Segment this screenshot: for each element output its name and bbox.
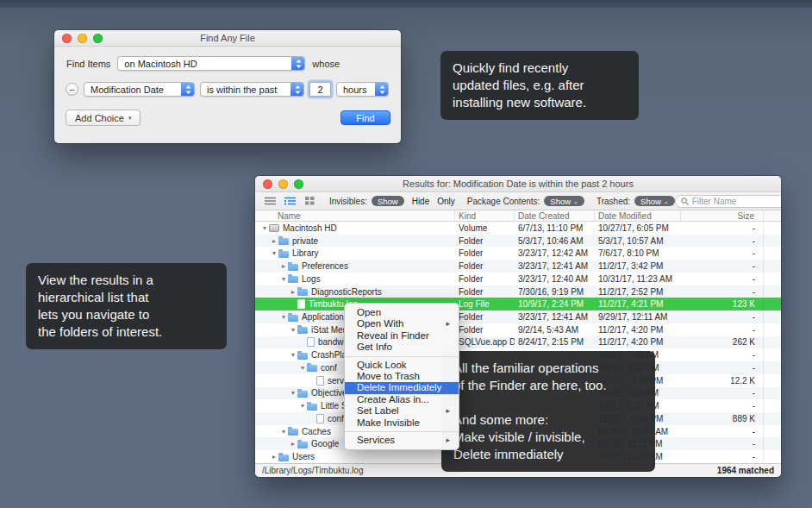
status-matched-count: 1964 matched <box>717 466 774 475</box>
package-contents-toggle[interactable]: Show ⌄ <box>544 196 584 206</box>
disclosure-triangle-icon[interactable]: ▾ <box>279 275 288 283</box>
context-menu-item[interactable]: Services ▸ <box>345 435 459 446</box>
attribute-popup[interactable]: Modification Date <box>84 82 195 97</box>
item-size: - <box>681 236 764 246</box>
item-size: - <box>681 401 764 411</box>
item-date-created: 3/23/17, 12:42 AM <box>515 248 595 258</box>
name-cell: ▾ Library <box>255 248 455 258</box>
close-button[interactable] <box>62 34 72 43</box>
column-header-spacer <box>764 210 781 221</box>
invisibles-show-toggle[interactable]: Show <box>372 196 404 206</box>
trashed-toggle[interactable]: Show ⌄ <box>634 196 675 206</box>
minimize-button[interactable] <box>78 34 87 43</box>
disclosure-triangle-icon[interactable]: ▾ <box>298 364 307 372</box>
item-date-modified: 11/2/17, 2:52 PM <box>595 287 681 297</box>
add-choice-button[interactable]: Add Choice ▾ <box>66 110 141 126</box>
filter-field[interactable] <box>675 195 781 208</box>
find-button[interactable]: Find <box>340 110 390 125</box>
name-cell: ▸ DiagnosticReports <box>255 287 455 297</box>
zoom-button[interactable] <box>294 179 303 189</box>
column-header-date-modified[interactable]: Date Modified <box>595 210 681 221</box>
disclosure-triangle-icon[interactable]: ▾ <box>289 326 297 334</box>
item-size: - <box>681 350 764 360</box>
table-row[interactable]: ▸ Preferences Folder 3/23/17, 12:41 AM 1… <box>255 260 781 273</box>
traffic-lights <box>62 34 103 43</box>
item-icon <box>316 414 324 423</box>
disclosure-triangle-icon[interactable]: ▾ <box>298 402 307 410</box>
popup-stepper-icon <box>181 82 195 97</box>
context-menu-item[interactable]: Open With ▸ <box>345 318 459 329</box>
name-cell: ▾ Logs <box>255 274 455 284</box>
disclosure-triangle-icon[interactable]: ▸ <box>270 237 278 245</box>
disclosure-triangle-icon[interactable]: ▾ <box>289 389 297 397</box>
table-row[interactable]: ▾ Library Folder 3/23/17, 12:42 AM 7/6/1… <box>255 247 781 260</box>
column-header-size[interactable]: Size <box>681 210 764 221</box>
column-header-kind[interactable]: Kind <box>455 210 515 221</box>
table-row[interactable]: Timbuktu.log Log File 10/9/17, 2:24 PM 1… <box>255 298 781 310</box>
disclosure-triangle-icon[interactable]: ▾ <box>260 224 269 232</box>
titlebar[interactable]: Results for: Modification Date is within… <box>255 176 781 192</box>
minimize-button[interactable] <box>278 179 288 189</box>
table-row[interactable]: ▸ DiagnosticReports Folder 7/30/16, 9:19… <box>255 285 781 298</box>
table-row[interactable]: ▸ private Folder 5/3/17, 10:46 AM 5/3/17… <box>255 235 781 248</box>
invisibles-only-toggle[interactable]: Only <box>437 197 455 206</box>
menu-item-label: Get Info <box>357 342 392 353</box>
menu-item-label: Open <box>357 307 381 318</box>
disclosure-triangle-icon[interactable]: ▾ <box>270 249 278 257</box>
context-menu-item[interactable]: Set Label ▸ <box>345 405 459 417</box>
item-date-modified: 11/2/17, 4:20 PM <box>595 325 681 335</box>
flat-list-view-button[interactable] <box>262 195 278 207</box>
table-row[interactable]: ▾ Logs Folder 3/23/17, 12:40 AM 10/31/17… <box>255 273 781 285</box>
table-row[interactable]: ▾ Macintosh HD Volume 6/7/13, 11:10 PM 1… <box>255 222 781 235</box>
grid-view-button[interactable] <box>302 195 317 207</box>
item-name: Preferences <box>302 261 348 271</box>
invisibles-label: Invisibles: <box>329 197 367 206</box>
context-menu-item[interactable]: Move to Trash <box>345 371 459 382</box>
window-title: Find Any File <box>54 33 401 43</box>
item-kind: Folder <box>455 261 515 271</box>
unit-popup[interactable]: hours <box>336 82 389 97</box>
item-icon <box>288 429 298 436</box>
disclosure-triangle-icon[interactable]: ▸ <box>289 440 297 448</box>
column-header-date-created[interactable]: Date Created <box>515 210 595 221</box>
filter-input[interactable] <box>692 197 781 206</box>
menu-item-label: Reveal in Finder <box>357 330 429 342</box>
item-icon <box>278 238 289 245</box>
zoom-button[interactable] <box>93 34 103 43</box>
callout-hierarchical-list: View the results in a hierarchical list … <box>26 263 227 349</box>
disclosure-triangle-icon[interactable]: ▾ <box>279 313 288 321</box>
context-menu: Open Open With ▸ Reveal in Finder Get In… <box>344 303 459 450</box>
column-header-name[interactable]: Name <box>255 210 455 221</box>
trashed-label: Trashed: <box>597 197 630 206</box>
find-items-label: Find Items <box>66 59 110 69</box>
value-field[interactable] <box>309 82 331 97</box>
context-menu-item[interactable]: Make Invisible <box>345 417 459 429</box>
close-button[interactable] <box>263 179 272 189</box>
item-icon <box>297 289 308 296</box>
item-size: - <box>681 312 764 322</box>
item-size: 12.2 K <box>681 376 764 386</box>
disclosure-triangle-icon[interactable]: ▾ <box>279 428 288 436</box>
context-menu-item[interactable]: Reveal in Finder <box>345 330 459 342</box>
submenu-arrow-icon: ▸ <box>446 435 450 446</box>
context-menu-item[interactable]: Quick Look <box>345 360 459 371</box>
operator-popup[interactable]: is within the past <box>200 82 304 97</box>
invisibles-hide-toggle[interactable]: Hide <box>412 197 430 206</box>
context-menu-item[interactable]: Get Info <box>345 342 459 353</box>
table-row[interactable]: ▾ Application Support Folder 3/23/17, 12… <box>255 310 781 323</box>
table-row[interactable]: bandwidth SQLVue.app Document 8/24/17, 2… <box>255 336 781 349</box>
context-menu-item[interactable]: Open <box>345 307 459 318</box>
remove-criteria-button[interactable]: − <box>66 83 78 96</box>
chevron-down-icon: ⌄ <box>573 198 578 204</box>
disclosure-triangle-icon[interactable]: ▸ <box>279 262 288 270</box>
location-popup[interactable]: on Macintosh HD <box>117 56 305 71</box>
disclosure-triangle-icon[interactable]: ▸ <box>289 288 297 296</box>
table-row[interactable]: ▾ iStat Menus Folder 9/2/14, 5:43 AM 11/… <box>255 323 781 336</box>
disclosure-triangle-icon[interactable]: ▸ <box>270 453 278 461</box>
context-menu-item[interactable]: Create Alias in... <box>345 394 459 405</box>
hierarchical-view-button[interactable] <box>282 195 297 207</box>
flat-list-icon <box>265 197 276 205</box>
disclosure-triangle-icon[interactable]: ▾ <box>289 351 297 359</box>
titlebar[interactable]: Find Any File <box>54 30 401 47</box>
context-menu-item[interactable]: Delete Immediately <box>345 382 459 393</box>
